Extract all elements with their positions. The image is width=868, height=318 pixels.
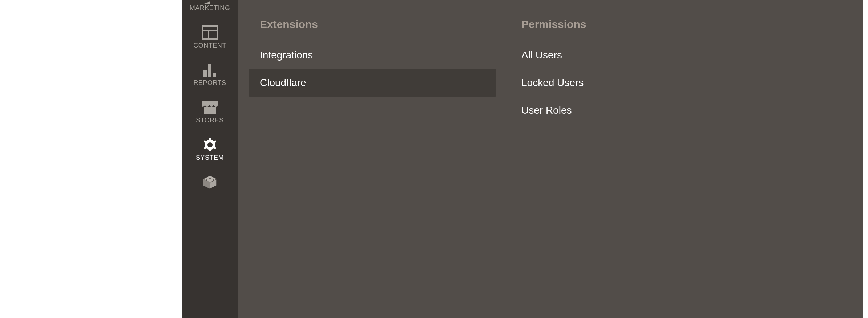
sidebar-item-reports[interactable]: REPORTS: [182, 55, 238, 93]
svg-marker-0: [204, 1, 210, 4]
bar-chart-icon: [202, 62, 218, 78]
menu-link-locked-users[interactable]: Locked Users: [510, 69, 758, 97]
sidebar-item-partners[interactable]: [182, 167, 238, 197]
svg-rect-1: [203, 26, 217, 39]
sidebar-item-system[interactable]: SYSTEM: [182, 130, 238, 167]
gear-icon: [202, 136, 218, 153]
menu-link-cloudflare[interactable]: Cloudflare: [249, 69, 496, 97]
menu-column-permissions: Permissions All Users Locked Users User …: [510, 18, 772, 307]
sidebar-item-marketing[interactable]: MARKETING: [182, 0, 238, 18]
sidebar-item-label: REPORTS: [193, 79, 226, 87]
menu-link-all-users[interactable]: All Users: [510, 41, 758, 69]
megaphone-icon: [203, 0, 217, 4]
sidebar-item-label: MARKETING: [190, 4, 230, 12]
sidebar-item-label: SYSTEM: [196, 154, 224, 162]
menu-link-integrations[interactable]: Integrations: [249, 41, 496, 69]
svg-rect-4: [203, 70, 207, 77]
storefront-icon: [201, 99, 219, 116]
svg-rect-5: [208, 64, 211, 77]
menu-link-user-roles[interactable]: User Roles: [510, 97, 758, 124]
layout-icon: [202, 24, 218, 41]
svg-rect-7: [204, 107, 216, 114]
admin-sidebar: MARKETING CONTENT REPORTS: [182, 0, 238, 318]
sidebar-item-label: CONTENT: [193, 42, 226, 49]
svg-rect-6: [213, 73, 216, 77]
svg-point-8: [206, 179, 207, 181]
sidebar-item-label: STORES: [196, 117, 224, 124]
menu-heading: Extensions: [249, 18, 496, 41]
sidebar-item-content[interactable]: CONTENT: [182, 18, 238, 55]
svg-point-10: [209, 178, 211, 179]
menu-heading: Permissions: [510, 18, 758, 41]
system-flyout-menu: Extensions Integrations Cloudflare Permi…: [238, 0, 863, 318]
svg-point-9: [213, 179, 214, 181]
cube-icon: [202, 174, 218, 191]
menu-column-extensions: Extensions Integrations Cloudflare: [249, 18, 510, 307]
sidebar-item-stores[interactable]: STORES: [182, 93, 238, 130]
